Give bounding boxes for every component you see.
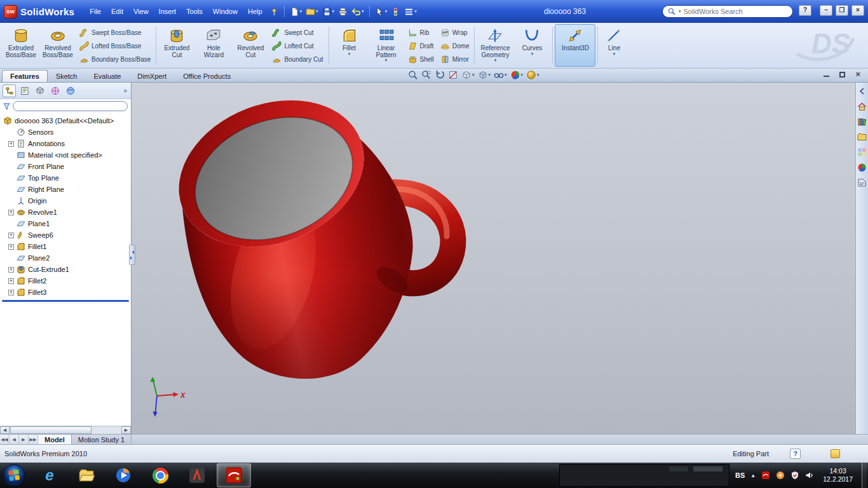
expand-plus-icon[interactable]: + — [8, 141, 14, 147]
tab-sketch[interactable]: Sketch — [48, 70, 86, 82]
tab-dimxpert[interactable]: DimXpert — [129, 70, 175, 82]
doc-minimize-icon[interactable] — [824, 72, 829, 77]
tree-item-part-root[interactable]: diooooo 363 (Default<<Default> — [0, 115, 131, 126]
linear-pattern-button[interactable]: Linear Pattern ▾ — [368, 24, 405, 67]
taskbar-solidworks[interactable] — [217, 463, 251, 487]
view-orientation-button[interactable]: ▾ — [461, 70, 475, 80]
view-palette-icon[interactable] — [857, 147, 867, 157]
menu-edit[interactable]: Edit — [106, 5, 128, 18]
chevron-double-right-icon[interactable]: » — [123, 87, 128, 94]
hide-show-items-button[interactable]: ▾ — [494, 70, 507, 80]
propertymanager-tab-button[interactable] — [18, 85, 31, 97]
tree-item-cut-extrude1[interactable]: + Cut-Extrude1 — [0, 264, 131, 275]
design-library-icon[interactable] — [857, 117, 867, 126]
tab-model[interactable]: Model — [38, 435, 72, 444]
tab-scroll-left-button[interactable]: ◀ — [10, 435, 19, 444]
extruded-cut-button[interactable]: Extruded Cut — [158, 24, 195, 67]
file-explorer-icon[interactable] — [857, 132, 867, 142]
options-button[interactable]: ▾ — [402, 4, 419, 18]
expand-plus-icon[interactable]: + — [8, 267, 14, 273]
tray-security-icon[interactable] — [790, 471, 799, 480]
print-button[interactable] — [336, 4, 349, 18]
menu-help[interactable]: Help — [243, 5, 268, 18]
tree-item-front-plane[interactable]: Front Plane — [0, 161, 131, 172]
language-indicator[interactable]: BS — [735, 471, 745, 479]
minimize-button[interactable]: – — [820, 5, 832, 16]
taskbar-file-explorer[interactable] — [69, 463, 104, 487]
menu-window[interactable]: Window — [208, 5, 243, 18]
apply-scene-button[interactable]: ▾ — [526, 70, 539, 80]
tab-evaluate[interactable]: Evaluate — [86, 70, 130, 82]
custom-properties-icon[interactable] — [857, 178, 867, 187]
show-desktop-button[interactable] — [862, 463, 867, 488]
tree-item-material[interactable]: Material <not specified> — [0, 149, 131, 161]
scroll-right-button[interactable]: ▶ — [121, 426, 131, 434]
taskbar-chrome[interactable] — [143, 463, 177, 487]
dimxpertmanager-tab-button[interactable] — [48, 85, 62, 97]
home-icon[interactable] — [857, 102, 867, 111]
select-cursor-button[interactable]: ▾ — [373, 4, 390, 18]
tree-item-right-plane[interactable]: Right Plane — [0, 184, 131, 195]
tree-item-fillet1[interactable]: + Fillet1 — [0, 241, 131, 252]
tree-item-origin[interactable]: Origin — [0, 195, 131, 207]
zoom-to-area-button[interactable] — [421, 70, 431, 80]
dome-button[interactable]: Dome — [437, 39, 473, 53]
previous-view-button[interactable] — [435, 70, 445, 80]
tree-filter-input[interactable] — [13, 101, 128, 111]
draft-button[interactable]: Draft — [405, 39, 437, 53]
swept-cut-button[interactable]: Swept Cut — [269, 26, 326, 39]
tray-update-icon[interactable] — [776, 471, 785, 480]
save-button[interactable]: ▾ — [320, 4, 337, 18]
dropdown-arrow-icon[interactable]: ▾ — [531, 52, 534, 56]
scroll-left-button[interactable]: ◀ — [0, 426, 10, 434]
expand-plus-icon[interactable]: + — [8, 290, 14, 295]
open-document-button[interactable]: ▾ — [304, 4, 320, 18]
tree-item-fillet3[interactable]: + Fillet3 — [0, 287, 131, 298]
menu-view[interactable]: View — [128, 5, 154, 18]
tree-item-sweep6[interactable]: + Sweep6 — [0, 229, 131, 241]
lofted-boss-button[interactable]: Lofted Boss/Base — [76, 39, 154, 53]
expand-plus-icon[interactable]: + — [8, 233, 14, 238]
dropdown-arrow-icon[interactable]: ▾ — [613, 52, 616, 56]
expand-plus-icon[interactable]: + — [8, 210, 14, 215]
taskbar-adobe-reader[interactable] — [180, 463, 214, 487]
close-button[interactable]: × — [851, 5, 864, 16]
tab-scroll-last-button[interactable]: ▶▶ — [29, 435, 38, 444]
shell-button[interactable]: Shell — [405, 53, 437, 66]
taskbar-docked-window[interactable] — [559, 464, 729, 487]
rollback-bar[interactable] — [2, 300, 129, 302]
undo-button[interactable]: ▾ — [349, 4, 366, 18]
dropdown-arrow-icon[interactable]: ▾ — [521, 73, 524, 77]
zoom-to-fit-button[interactable] — [408, 70, 418, 80]
speaker-icon[interactable] — [805, 471, 814, 480]
panel-splitter[interactable] — [129, 245, 135, 265]
boundary-cut-button[interactable]: Boundary Cut — [269, 53, 326, 66]
pin-menu-icon[interactable] — [268, 4, 281, 18]
tray-solidworks-icon[interactable] — [761, 471, 770, 480]
tab-scroll-first-button[interactable]: ◀◀ — [0, 435, 10, 444]
quick-tips-help-button[interactable]: ? — [790, 449, 801, 459]
tree-item-fillet2[interactable]: + Fillet2 — [0, 275, 131, 287]
menu-tools[interactable]: Tools — [181, 5, 208, 18]
collapse-arrow-icon[interactable] — [857, 86, 867, 96]
boundary-boss-button[interactable]: Boundary Boss/Base — [76, 53, 154, 66]
featuremanager-tab-button[interactable] — [3, 85, 16, 97]
tab-scroll-right-button[interactable]: ▶ — [19, 435, 29, 444]
edit-appearance-button[interactable]: ▾ — [510, 70, 524, 80]
tab-office-products[interactable]: Office Products — [175, 70, 239, 82]
swept-boss-button[interactable]: Swept Boss/Base — [76, 26, 154, 39]
dropdown-arrow-icon[interactable]: ▾ — [494, 58, 497, 62]
wrap-button[interactable]: Wrap — [437, 26, 473, 39]
tree-item-top-plane[interactable]: Top Plane — [0, 172, 131, 184]
menu-file[interactable]: File — [85, 5, 106, 18]
menu-insert[interactable]: Insert — [154, 5, 182, 18]
dropdown-arrow-icon[interactable]: ▾ — [385, 58, 388, 62]
tree-horizontal-scrollbar[interactable]: ◀ ▶ — [0, 426, 131, 434]
configurationmanager-tab-button[interactable] — [33, 85, 46, 97]
tree-item-annotations[interactable]: + Annotations — [0, 138, 131, 149]
lofted-cut-button[interactable]: Lofted Cut — [269, 39, 326, 53]
tree-item-sensors[interactable]: Sensors — [0, 126, 131, 138]
hidden-icons-chevron-icon[interactable]: ▲ — [750, 473, 756, 478]
taskbar-clock[interactable]: 14:03 12.2.2017 — [820, 467, 856, 484]
appearances-icon[interactable] — [857, 163, 867, 172]
